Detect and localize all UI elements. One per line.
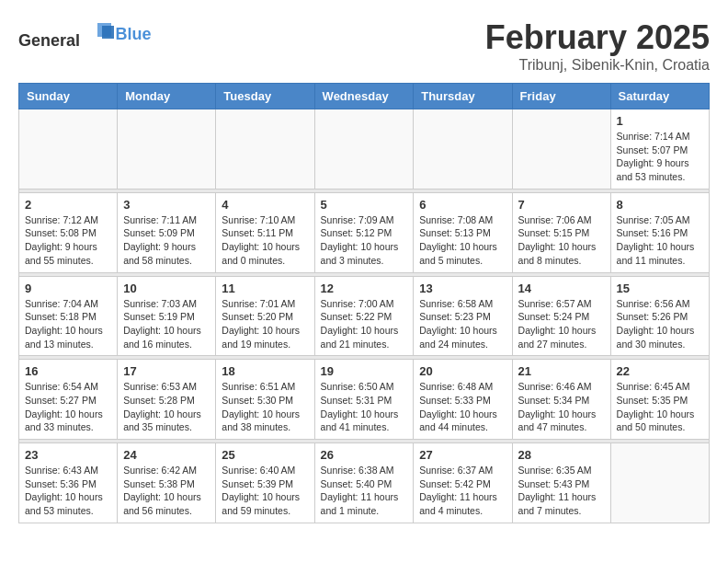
day-info: Sunrise: 6:40 AM Sunset: 5:39 PM Dayligh… <box>222 464 308 518</box>
day-of-week-header: Wednesday <box>314 84 414 109</box>
day-of-week-header: Thursday <box>414 84 512 109</box>
day-info: Sunrise: 7:00 AM Sunset: 5:22 PM Dayligh… <box>321 297 408 351</box>
day-number: 17 <box>123 364 210 378</box>
day-number: 24 <box>123 448 210 462</box>
title-area: February 2025 Tribunj, Sibenik-Knin, Cro… <box>485 18 710 74</box>
day-number: 22 <box>617 364 703 378</box>
calendar-week-row: 1Sunrise: 7:14 AM Sunset: 5:07 PM Daylig… <box>19 109 710 190</box>
day-number: 14 <box>518 282 605 295</box>
calendar-cell: 13Sunrise: 6:58 AM Sunset: 5:23 PM Dayli… <box>414 276 512 356</box>
calendar-cell <box>314 109 414 190</box>
day-info: Sunrise: 7:06 AM Sunset: 5:15 PM Dayligh… <box>518 213 605 268</box>
calendar-cell: 26Sunrise: 6:38 AM Sunset: 5:40 PM Dayli… <box>314 443 414 523</box>
day-info: Sunrise: 6:43 AM Sunset: 5:36 PM Dayligh… <box>25 464 111 518</box>
calendar-cell: 20Sunrise: 6:48 AM Sunset: 5:33 PM Dayli… <box>414 360 512 440</box>
calendar-cell: 28Sunrise: 6:35 AM Sunset: 5:43 PM Dayli… <box>512 443 610 523</box>
calendar-cell: 11Sunrise: 7:01 AM Sunset: 5:20 PM Dayli… <box>216 276 314 356</box>
day-number: 15 <box>617 282 703 295</box>
day-info: Sunrise: 6:51 AM Sunset: 5:30 PM Dayligh… <box>222 380 308 434</box>
day-number: 1 <box>617 114 703 128</box>
main-title: February 2025 <box>485 18 710 57</box>
day-info: Sunrise: 6:48 AM Sunset: 5:33 PM Dayligh… <box>419 380 506 434</box>
day-info: Sunrise: 6:58 AM Sunset: 5:23 PM Dayligh… <box>419 297 506 351</box>
day-number: 7 <box>518 198 605 212</box>
calendar-cell: 2Sunrise: 7:12 AM Sunset: 5:08 PM Daylig… <box>19 192 118 272</box>
calendar-cell <box>118 109 216 190</box>
day-info: Sunrise: 6:50 AM Sunset: 5:31 PM Dayligh… <box>321 380 408 434</box>
day-info: Sunrise: 6:54 AM Sunset: 5:27 PM Dayligh… <box>25 380 111 434</box>
calendar-cell: 7Sunrise: 7:06 AM Sunset: 5:15 PM Daylig… <box>512 192 610 272</box>
calendar-cell: 19Sunrise: 6:50 AM Sunset: 5:31 PM Dayli… <box>314 360 414 440</box>
day-number: 20 <box>419 364 506 378</box>
day-info: Sunrise: 7:12 AM Sunset: 5:08 PM Dayligh… <box>25 213 111 268</box>
day-info: Sunrise: 7:01 AM Sunset: 5:20 PM Dayligh… <box>222 297 308 351</box>
calendar-cell: 27Sunrise: 6:37 AM Sunset: 5:42 PM Dayli… <box>414 443 512 523</box>
day-of-week-header: Sunday <box>19 84 118 109</box>
logo-blue-text: Blue <box>116 25 152 43</box>
day-of-week-header: Friday <box>512 84 610 109</box>
day-number: 3 <box>123 198 210 212</box>
logo-icon <box>88 18 116 46</box>
day-number: 21 <box>518 364 605 378</box>
day-number: 19 <box>321 364 408 378</box>
calendar-week-row: 16Sunrise: 6:54 AM Sunset: 5:27 PM Dayli… <box>19 360 710 440</box>
day-info: Sunrise: 6:57 AM Sunset: 5:24 PM Dayligh… <box>518 297 605 351</box>
day-number: 4 <box>222 198 308 212</box>
calendar-cell: 8Sunrise: 7:05 AM Sunset: 5:16 PM Daylig… <box>610 192 709 272</box>
calendar-cell: 6Sunrise: 7:08 AM Sunset: 5:13 PM Daylig… <box>414 192 512 272</box>
logo-general-text: General <box>18 31 80 50</box>
calendar-cell <box>216 109 314 190</box>
day-info: Sunrise: 7:09 AM Sunset: 5:12 PM Dayligh… <box>321 213 408 268</box>
calendar-week-row: 2Sunrise: 7:12 AM Sunset: 5:08 PM Daylig… <box>19 192 710 272</box>
day-number: 26 <box>321 448 408 462</box>
calendar-cell: 24Sunrise: 6:42 AM Sunset: 5:38 PM Dayli… <box>118 443 216 523</box>
day-number: 18 <box>222 364 308 378</box>
day-number: 6 <box>419 198 506 212</box>
calendar-cell: 16Sunrise: 6:54 AM Sunset: 5:27 PM Dayli… <box>19 360 118 440</box>
calendar-cell: 1Sunrise: 7:14 AM Sunset: 5:07 PM Daylig… <box>610 109 709 190</box>
day-number: 5 <box>321 198 408 212</box>
day-of-week-header: Monday <box>118 84 216 109</box>
calendar-cell: 3Sunrise: 7:11 AM Sunset: 5:09 PM Daylig… <box>118 192 216 272</box>
calendar-week-row: 9Sunrise: 7:04 AM Sunset: 5:18 PM Daylig… <box>19 276 710 356</box>
calendar-cell: 12Sunrise: 7:00 AM Sunset: 5:22 PM Dayli… <box>314 276 414 356</box>
day-info: Sunrise: 7:05 AM Sunset: 5:16 PM Dayligh… <box>617 213 703 268</box>
day-info: Sunrise: 6:46 AM Sunset: 5:34 PM Dayligh… <box>518 380 605 434</box>
day-info: Sunrise: 6:56 AM Sunset: 5:26 PM Dayligh… <box>617 297 703 351</box>
calendar-cell: 9Sunrise: 7:04 AM Sunset: 5:18 PM Daylig… <box>19 276 118 356</box>
day-number: 23 <box>25 448 111 462</box>
day-of-week-header: Tuesday <box>216 84 314 109</box>
logo: General Blue <box>18 18 152 51</box>
day-info: Sunrise: 6:53 AM Sunset: 5:28 PM Dayligh… <box>123 380 210 434</box>
day-info: Sunrise: 6:38 AM Sunset: 5:40 PM Dayligh… <box>321 464 408 518</box>
day-info: Sunrise: 6:35 AM Sunset: 5:43 PM Dayligh… <box>518 464 605 518</box>
calendar-cell <box>512 109 610 190</box>
day-number: 2 <box>25 198 111 212</box>
day-number: 9 <box>25 282 111 295</box>
day-info: Sunrise: 7:10 AM Sunset: 5:11 PM Dayligh… <box>222 213 308 268</box>
calendar-cell: 23Sunrise: 6:43 AM Sunset: 5:36 PM Dayli… <box>19 443 118 523</box>
day-info: Sunrise: 7:04 AM Sunset: 5:18 PM Dayligh… <box>25 297 111 351</box>
calendar-cell: 22Sunrise: 6:45 AM Sunset: 5:35 PM Dayli… <box>610 360 709 440</box>
day-number: 27 <box>419 448 506 462</box>
calendar-cell: 14Sunrise: 6:57 AM Sunset: 5:24 PM Dayli… <box>512 276 610 356</box>
day-number: 25 <box>222 448 308 462</box>
page-header: General Blue February 2025 Tribunj, Sibe… <box>18 18 710 74</box>
day-info: Sunrise: 7:11 AM Sunset: 5:09 PM Dayligh… <box>123 213 210 268</box>
day-number: 16 <box>25 364 111 378</box>
day-number: 12 <box>321 282 408 295</box>
calendar-cell: 25Sunrise: 6:40 AM Sunset: 5:39 PM Dayli… <box>216 443 314 523</box>
day-info: Sunrise: 7:08 AM Sunset: 5:13 PM Dayligh… <box>419 213 506 268</box>
calendar-table: SundayMondayTuesdayWednesdayThursdayFrid… <box>18 83 710 523</box>
calendar-header-row: SundayMondayTuesdayWednesdayThursdayFrid… <box>19 84 710 109</box>
day-number: 28 <box>518 448 605 462</box>
day-of-week-header: Saturday <box>610 84 709 109</box>
subtitle: Tribunj, Sibenik-Knin, Croatia <box>485 57 710 74</box>
calendar-cell: 10Sunrise: 7:03 AM Sunset: 5:19 PM Dayli… <box>118 276 216 356</box>
svg-marker-1 <box>102 26 114 39</box>
day-number: 11 <box>222 282 308 295</box>
day-number: 8 <box>617 198 703 212</box>
calendar-cell: 15Sunrise: 6:56 AM Sunset: 5:26 PM Dayli… <box>610 276 709 356</box>
calendar-cell: 17Sunrise: 6:53 AM Sunset: 5:28 PM Dayli… <box>118 360 216 440</box>
day-number: 13 <box>419 282 506 295</box>
